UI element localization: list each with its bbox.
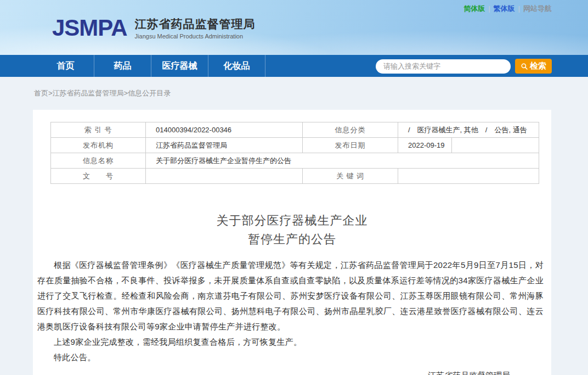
info-name-label: 信息名称 (51, 153, 146, 169)
info-category-label: 信息分类 (303, 122, 398, 138)
info-category-value: / 医疗器械生产, 其他 / 公告, 通告 (398, 122, 539, 138)
keywords-value (398, 169, 539, 184)
link-site-navigation[interactable]: 网站导航 (523, 4, 552, 13)
logo-acronym: JSMPA (52, 16, 127, 40)
publish-date-value: 2022-09-19 (398, 138, 452, 153)
announcement-title-line1: 关于部分医疗器械生产企业 (33, 211, 551, 230)
search-input[interactable] (376, 59, 511, 74)
org-name-cn: 江苏省药品监督管理局 (135, 18, 256, 31)
issuing-agency-value: 江苏省药品监督管理局 (146, 138, 303, 153)
topbar-links: 简体版|繁体版|网站导航 (463, 4, 552, 14)
header-banner: 简体版|繁体版|网站导航 JSMPA 江苏省药品监督管理局 Jiangsu Me… (0, 0, 588, 55)
announcement-title: 关于部分医疗器械生产企业 暂停生产的公告 (33, 211, 551, 249)
table-row: 文 号 关 键 词 (51, 169, 539, 184)
empty-cell (452, 138, 539, 153)
publish-date-label: 发布日期 (303, 138, 398, 153)
index-number-label: 索 引 号 (51, 122, 146, 138)
index-number-value: 014000394/2022-00346 (146, 122, 303, 138)
table-row: 索 引 号 014000394/2022-00346 信息分类 / 医疗器械生产… (51, 122, 539, 138)
announcement-title-line2: 暂停生产的公告 (33, 230, 551, 249)
document-info-table: 索 引 号 014000394/2022-00346 信息分类 / 医疗器械生产… (50, 122, 539, 184)
search-button-label: 检索 (530, 61, 546, 71)
document-number-value (146, 169, 303, 184)
document-number-label: 文 号 (51, 169, 146, 184)
issuing-agency-label: 发布机构 (51, 138, 146, 153)
topbar-separator: | (518, 4, 520, 13)
search-icon (521, 63, 528, 70)
search-button[interactable]: 检索 (515, 59, 552, 74)
logo-text: 江苏省药品监督管理局 Jiangsu Medical Products Admi… (135, 16, 256, 41)
org-name-en: Jiangsu Medical Products Administration (135, 32, 256, 41)
content-panel: 索 引 号 014000394/2022-00346 信息分类 / 医疗器械生产… (33, 110, 551, 375)
search-area: 检索 (376, 59, 552, 74)
site-logo[interactable]: JSMPA 江苏省药品监督管理局 Jiangsu Medical Product… (52, 16, 256, 41)
nav-item-home[interactable]: 首页 (37, 55, 94, 77)
link-traditional-chinese[interactable]: 繁体版 (494, 4, 515, 13)
signature-block: 江苏省药品监督管理局 2022年9月19日 (33, 368, 551, 375)
info-name-value: 关于部分医疗器械生产企业暂停生产的公告 (146, 153, 539, 169)
topbar-separator: | (488, 4, 490, 13)
body-paragraph: 上述9家企业完成整改，需经我局组织复查合格后，方可恢复生产。 (37, 334, 544, 350)
body-paragraph: 根据《医疗器械监督管理条例》《医疗器械生产质量管理规范》等有关规定，江苏省药品监… (37, 258, 544, 334)
main-navigation: 首页 药品 医疗器械 化妆品 检索 (0, 55, 588, 77)
body-paragraph: 特此公告。 (37, 350, 544, 365)
breadcrumb[interactable]: 首页>江苏省药品监督管理局>信息公开目录 (34, 88, 171, 98)
nav-item-cosmetics[interactable]: 化妆品 (208, 55, 265, 77)
table-row: 发布机构 江苏省药品监督管理局 发布日期 2022-09-19 (51, 138, 539, 153)
table-row: 信息名称 关于部分医疗器械生产企业暂停生产的公告 (51, 153, 539, 169)
nav-item-medical-devices[interactable]: 医疗器械 (151, 55, 208, 77)
keywords-label: 关 键 词 (303, 169, 398, 184)
announcement-body: 根据《医疗器械监督管理条例》《医疗器械生产质量管理规范》等有关规定，江苏省药品监… (33, 258, 551, 365)
signature-agency: 江苏省药品监督管理局 (33, 368, 510, 375)
link-simplified-chinese[interactable]: 简体版 (463, 4, 485, 13)
nav-item-drugs[interactable]: 药品 (94, 55, 151, 77)
breadcrumb-band: 首页>江苏省药品监督管理局>信息公开目录 (0, 77, 588, 110)
